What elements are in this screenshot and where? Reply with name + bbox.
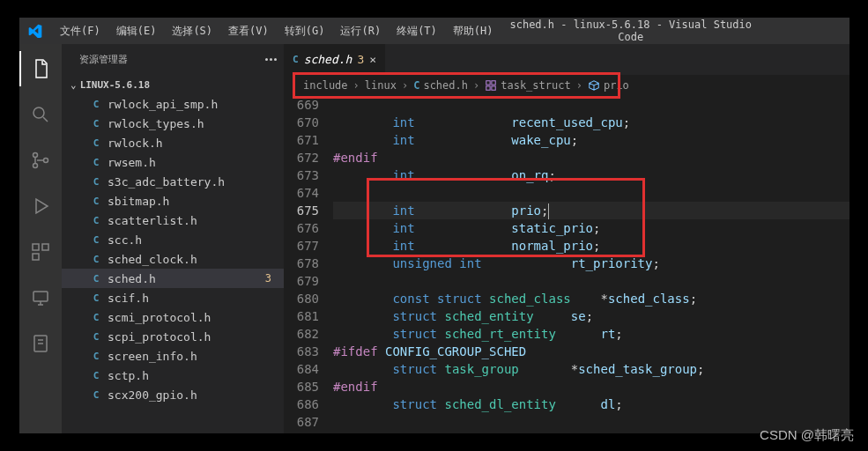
code-line[interactable]: struct sched_dl_entity dl; [333,396,849,413]
menu-item[interactable]: 运行(R) [333,20,388,42]
code-line[interactable]: unsigned int rt_priority; [333,255,849,272]
file-row[interactable]: Csched_clock.h [62,249,284,269]
code-line[interactable]: #endif [333,149,849,166]
breadcrumb-item[interactable]: task_struct [485,79,570,92]
file-name: scif.h [108,292,149,305]
file-name: rwlock.h [108,137,163,150]
titlebar: 文件(F)编辑(E)选择(S)查看(V)转到(G)运行(R)终端(T)帮助(H)… [19,18,849,44]
breadcrumb[interactable]: include›linux›C sched.h› task_struct› pr… [284,75,849,96]
folder-name: LINUX-5.6.18 [80,79,150,91]
file-name: rwsem.h [108,156,156,169]
more-icon[interactable] [265,58,277,61]
file-row[interactable]: Cscatterlist.h [62,211,284,230]
code-line[interactable] [333,184,849,202]
editor-code[interactable]: 6696706716726736746756766776786796806816… [284,96,849,433]
editor-area: C sched.h 3 × include›linux›C sched.h› t… [284,44,849,433]
code-line[interactable] [333,96,849,114]
svg-rect-4 [33,244,39,250]
folder-header[interactable]: ⌄ LINUX-5.6.18 [62,75,284,94]
file-row[interactable]: Cs3c_adc_battery.h [62,172,284,191]
svg-rect-6 [33,254,39,260]
code-line[interactable]: int on_rq; [333,166,849,184]
menu-item[interactable]: 终端(T) [389,20,444,42]
file-row[interactable]: Cscpi_protocol.h [62,327,284,346]
git-decoration: 3 [265,272,271,285]
file-icon: C [90,195,102,207]
code-line[interactable]: #ifdef CONFIG_CGROUP_SCHED [333,343,849,360]
file-icon: C [90,350,102,362]
code-line[interactable]: const struct sched_class *sched_class; [333,290,849,307]
file-name: sctp.h [108,369,149,382]
file-icon: C [90,233,102,246]
run-debug-icon[interactable] [19,189,62,224]
line-numbers: 6696706716726736746756766776786796806816… [284,96,333,433]
breadcrumb-item[interactable]: C sched.h [413,79,468,92]
menu-item[interactable]: 查看(V) [221,20,276,42]
code-line[interactable]: int normal_prio; [333,237,849,255]
breadcrumb-item[interactable]: prio [588,79,629,92]
file-name: rwlock_api_smp.h [108,98,218,111]
file-name: sbitmap.h [108,195,169,208]
code-line[interactable]: struct task_group *sched_task_group; [333,360,849,378]
file-tree: Crwlock_api_smp.hCrwlock_types.hCrwlock.… [62,94,284,433]
code-line[interactable]: #endif [333,378,849,396]
menu-item[interactable]: 编辑(E) [109,20,164,42]
code-line[interactable]: struct sched_rt_entity rt; [333,325,849,343]
remote-icon[interactable] [19,280,62,315]
code-lines: int recent_used_cpu; int wake_cpu;#endif… [333,96,849,433]
file-row[interactable]: Crwlock_api_smp.h [62,94,284,114]
file-icon: C [90,156,102,168]
file-row[interactable]: Csbitmap.h [62,191,284,211]
editor-tab[interactable]: C sched.h 3 × [284,44,385,75]
menu-item[interactable]: 选择(S) [165,20,219,42]
close-icon[interactable]: × [369,53,376,66]
file-name: rwlock_types.h [108,117,204,130]
extensions-icon[interactable] [19,234,62,270]
file-name: sched.h [108,272,156,285]
file-row[interactable]: Cscreen_info.h [62,346,284,366]
file-row[interactable]: Crwsem.h [62,152,284,172]
file-row[interactable]: Cscif.h [62,288,284,307]
sidebar-header: 资源管理器 [62,44,284,75]
symbol-struct-icon [485,79,497,92]
explorer-icon[interactable] [19,51,62,86]
menu-item[interactable]: 帮助(H) [446,20,501,42]
file-row[interactable]: Crwlock_types.h [62,114,284,133]
chevron-right-icon: › [576,79,582,92]
menu-item[interactable]: 文件(F) [53,20,108,42]
file-row[interactable]: Cscc.h [62,230,284,249]
file-row[interactable]: Crwlock.h [62,133,284,152]
svg-point-1 [33,153,38,158]
breadcrumb-item[interactable]: include [303,79,348,92]
file-row[interactable]: Csctp.h [62,366,284,385]
code-line[interactable] [333,272,849,290]
vscode-icon [28,24,42,38]
file-row[interactable]: Cscx200_gpio.h [62,385,284,404]
svg-point-2 [33,164,38,168]
chevron-right-icon: › [473,79,479,92]
code-line[interactable]: int recent_used_cpu; [333,114,849,131]
file-row[interactable]: Csched.h3 [62,269,284,288]
code-line[interactable]: int static_prio; [333,219,849,237]
chevron-down-icon: ⌄ [70,79,77,91]
source-control-icon[interactable] [19,143,62,178]
window-title: sched.h - linux-5.6.18 - Visual Studio C… [501,18,762,43]
sidebar-title: 资源管理器 [79,53,128,66]
breadcrumb-item[interactable]: linux [365,79,397,92]
file-name: scpi_protocol.h [108,330,211,344]
file-icon: C [90,330,102,343]
chevron-right-icon: › [353,79,360,92]
file-icon: C [90,117,102,129]
code-line[interactable]: struct sched_entity se; [333,307,849,325]
svg-rect-9 [486,81,490,85]
file-row[interactable]: Cscmi_protocol.h [62,307,284,327]
menu-item[interactable]: 转到(G) [278,20,332,42]
search-icon[interactable] [19,97,62,132]
watermark: CSDN @韩曙亮 [760,427,854,444]
file-name: s3c_adc_battery.h [108,175,225,189]
menu-bar: 文件(F)编辑(E)选择(S)查看(V)转到(G)运行(R)终端(T)帮助(H) [53,20,501,42]
code-line[interactable]: int prio; [333,202,849,219]
tab-bar: C sched.h 3 × [284,44,849,75]
extra-icon[interactable] [19,326,62,361]
code-line[interactable]: int wake_cpu; [333,131,849,149]
